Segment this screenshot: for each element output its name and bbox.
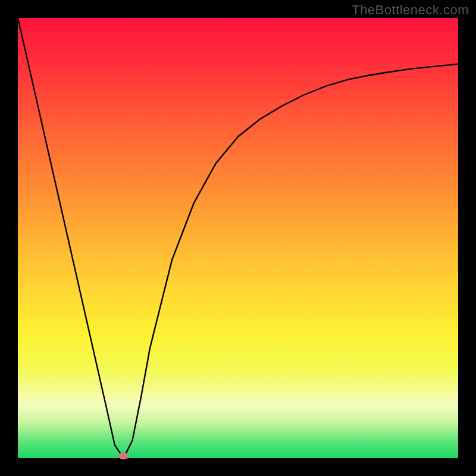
plot-area xyxy=(18,18,458,458)
bottleneck-curve xyxy=(18,18,458,458)
curve-path xyxy=(18,18,458,458)
optimal-point-marker xyxy=(118,452,129,459)
watermark-text: TheBottleneck.com xyxy=(352,2,469,18)
chart-canvas: TheBottleneck.com xyxy=(0,0,476,476)
